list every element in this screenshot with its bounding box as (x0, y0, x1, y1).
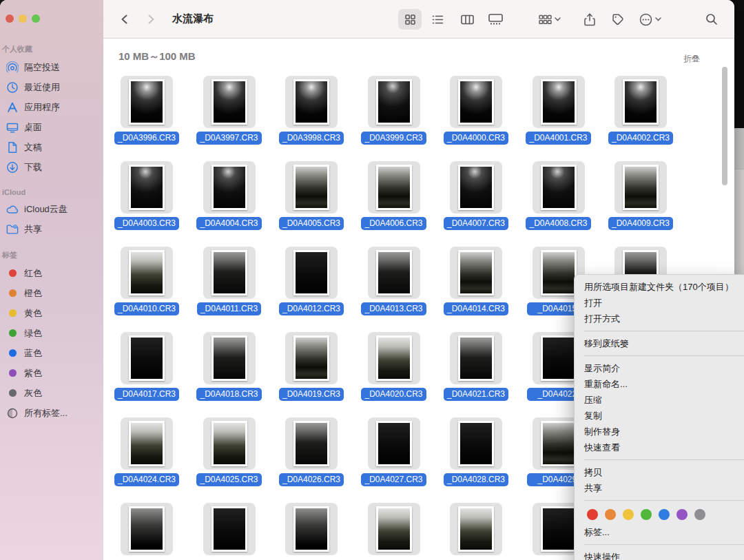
menu-item[interactable]: 打开方式 (575, 311, 744, 326)
file-name-label[interactable]: _D0A4003.CR3 (114, 217, 179, 230)
file-item[interactable]: _D0A4027.CR3 (356, 417, 432, 489)
menu-item[interactable]: 显示简介 (575, 360, 744, 376)
file-name-label[interactable]: _D0A3997.CR3 (196, 132, 261, 145)
file-item[interactable]: _D0A3997.CR3 (192, 76, 267, 147)
file-thumbnail[interactable] (203, 332, 256, 384)
file-thumbnail[interactable] (368, 332, 420, 384)
file-name-label[interactable]: _D0A4010.CR3 (114, 302, 179, 315)
column-view-button[interactable] (456, 9, 478, 30)
file-item[interactable]: _D0A4018.CR3 (192, 332, 267, 404)
file-name-label[interactable]: _D0A4000.CR3 (444, 132, 508, 145)
file-thumbnail[interactable] (285, 417, 338, 470)
file-item[interactable] (273, 503, 349, 560)
grid-view-button[interactable] (398, 9, 422, 30)
file-item[interactable]: _D0A4011.CR3 (192, 247, 267, 318)
back-button[interactable] (116, 9, 134, 30)
file-item[interactable]: _D0A4010.CR3 (109, 247, 185, 318)
file-name-label[interactable]: _D0A4005.CR3 (279, 217, 344, 230)
file-item[interactable]: _D0A4019.CR3 (273, 332, 349, 404)
file-thumbnail[interactable] (450, 417, 502, 470)
file-thumbnail[interactable] (285, 76, 338, 128)
file-thumbnail[interactable] (285, 247, 338, 299)
file-name-label[interactable]: _D0A4009.CR3 (608, 217, 673, 230)
file-item[interactable]: _D0A4003.CR3 (109, 161, 185, 233)
menu-item[interactable]: 用所选项目新建文件夹（170个项目） (575, 279, 744, 295)
file-item[interactable]: _D0A4024.CR3 (109, 417, 185, 489)
minimize-window-button[interactable] (19, 14, 27, 23)
file-name-label[interactable]: _D0A4026.CR3 (279, 473, 344, 486)
file-item[interactable]: _D0A4006.CR3 (356, 161, 432, 233)
sidebar-item-shared-folder[interactable]: 共享 (0, 219, 103, 239)
file-item[interactable]: _D0A4001.CR3 (521, 76, 597, 147)
sidebar-item-applications[interactable]: 应用程序 (0, 97, 103, 117)
menu-item[interactable]: 快速操作 (575, 549, 744, 560)
menu-item[interactable]: 重新命名... (575, 376, 744, 392)
file-name-label[interactable]: _D0A4013.CR3 (361, 302, 426, 315)
forward-button[interactable] (142, 9, 160, 30)
file-item[interactable]: _D0A4009.CR3 (603, 161, 679, 233)
file-name-label[interactable]: _D0A3998.CR3 (279, 132, 344, 145)
menu-item[interactable]: 复制 (575, 408, 744, 424)
share-button[interactable] (579, 9, 600, 30)
file-name-label[interactable]: _D0A4021.CR3 (444, 388, 508, 401)
file-item[interactable]: _D0A4008.CR3 (521, 161, 597, 233)
sidebar-item-download[interactable]: 下载 (0, 157, 103, 177)
group-button[interactable] (535, 9, 564, 30)
file-thumbnail[interactable] (121, 247, 173, 299)
file-thumbnail[interactable] (121, 161, 173, 214)
gallery-view-button[interactable] (484, 9, 507, 30)
sidebar-item-tag-blue[interactable]: 蓝色 (0, 343, 103, 363)
file-item[interactable]: _D0A4000.CR3 (438, 76, 514, 147)
file-item[interactable]: _D0A4007.CR3 (438, 161, 514, 233)
tag-color-dot[interactable] (641, 509, 652, 520)
file-thumbnail[interactable] (533, 161, 585, 214)
file-thumbnail[interactable] (450, 332, 502, 384)
vertical-scrollbar[interactable] (722, 67, 727, 185)
file-name-label[interactable]: _D0A4020.CR3 (361, 388, 426, 401)
file-thumbnail[interactable] (285, 503, 338, 555)
file-item[interactable]: _D0A4028.CR3 (438, 417, 514, 489)
file-thumbnail[interactable] (203, 503, 256, 555)
file-item[interactable]: _D0A3998.CR3 (273, 76, 349, 147)
file-name-label[interactable]: _D0A4017.CR3 (114, 388, 179, 401)
sidebar-item-airdrop[interactable]: 隔空投送 (0, 57, 103, 77)
file-item[interactable]: _D0A4017.CR3 (109, 332, 185, 404)
file-thumbnail[interactable] (203, 247, 256, 299)
file-name-label[interactable]: _D0A3999.CR3 (361, 132, 426, 145)
sidebar-item-tag-purple[interactable]: 紫色 (0, 363, 103, 383)
file-item[interactable]: _D0A4012.CR3 (273, 247, 349, 318)
file-thumbnail[interactable] (203, 161, 256, 214)
file-thumbnail[interactable] (368, 161, 420, 214)
file-item[interactable] (356, 503, 432, 560)
sidebar-item-tag-red[interactable]: 红色 (0, 263, 103, 283)
file-item[interactable]: _D0A4005.CR3 (273, 161, 349, 233)
file-thumbnail[interactable] (368, 247, 420, 299)
file-thumbnail[interactable] (450, 161, 502, 214)
sidebar-item-tag-gray[interactable]: 灰色 (0, 383, 103, 403)
file-name-label[interactable]: _D0A4006.CR3 (361, 217, 426, 230)
more-button[interactable] (635, 9, 665, 30)
menu-item[interactable]: 制作替身 (575, 424, 744, 439)
file-thumbnail[interactable] (121, 332, 173, 384)
file-thumbnail[interactable] (121, 76, 173, 128)
file-name-label[interactable]: _D0A4024.CR3 (114, 473, 179, 486)
file-thumbnail[interactable] (203, 76, 256, 128)
file-name-label[interactable]: _D0A4028.CR3 (444, 473, 508, 486)
menu-item[interactable]: 快速查看 (575, 439, 744, 455)
file-name-label[interactable]: _D0A4008.CR3 (526, 217, 590, 230)
file-name-label[interactable]: _D0A4018.CR3 (196, 388, 261, 401)
sidebar-item-tag-green[interactable]: 绿色 (0, 323, 103, 343)
file-thumbnail[interactable] (203, 417, 256, 470)
file-thumbnail[interactable] (450, 247, 502, 299)
close-window-button[interactable] (6, 14, 14, 23)
file-thumbnail[interactable] (368, 503, 420, 555)
sidebar-item-tag-orange[interactable]: 橙色 (0, 283, 103, 303)
file-name-label[interactable]: _D0A4007.CR3 (444, 217, 508, 230)
file-name-label[interactable]: _D0A4004.CR3 (196, 217, 261, 230)
menu-item[interactable]: 移到废纸篓 (575, 335, 744, 351)
file-name-label[interactable]: _D0A3996.CR3 (114, 132, 179, 145)
menu-item[interactable]: 打开 (575, 295, 744, 311)
menu-item[interactable]: 拷贝 (575, 464, 744, 480)
file-thumbnail[interactable] (121, 417, 173, 470)
sidebar-item-all-tags[interactable]: 所有标签... (0, 403, 103, 423)
